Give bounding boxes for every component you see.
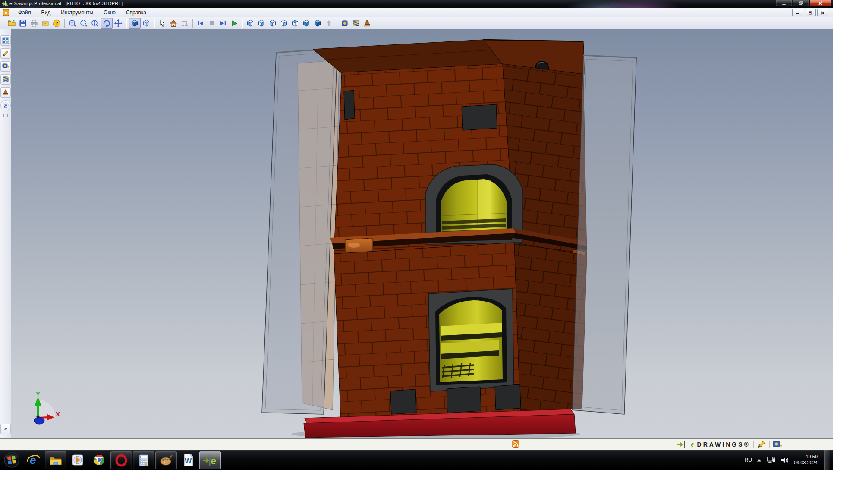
view-left-button[interactable] <box>267 18 278 28</box>
previous-icon <box>196 19 205 28</box>
menu-tools[interactable]: Инструменты <box>56 8 98 17</box>
print-button[interactable] <box>28 18 40 28</box>
taskbar-internet-explorer[interactable]: e <box>23 451 44 469</box>
menu-file[interactable]: Файл <box>13 8 36 17</box>
home-icon <box>169 19 178 28</box>
start-button[interactable] <box>3 452 20 468</box>
toolbar-separator <box>126 19 126 28</box>
upper-damper-door <box>462 104 497 130</box>
view-left-icon <box>268 19 277 28</box>
save-button[interactable] <box>17 18 28 28</box>
edrawings-branding: e DRAWINGS® <box>677 439 786 450</box>
edrawings-arrow-icon <box>677 441 688 448</box>
shaded-view-button[interactable] <box>129 18 141 29</box>
component-button[interactable] <box>339 18 350 28</box>
panel-grip[interactable] <box>3 114 8 117</box>
menu-view[interactable]: Вид <box>36 8 56 17</box>
svg-text:e: e <box>5 10 7 15</box>
wireframe-cube-icon <box>142 19 151 28</box>
view-back-button[interactable] <box>256 18 267 28</box>
taskbar-calculator[interactable] <box>133 451 154 469</box>
zoom-button[interactable] <box>89 18 101 28</box>
child-close-button[interactable] <box>817 9 828 16</box>
window-controls <box>775 0 831 7</box>
hidden-icons-arrow[interactable] <box>757 458 762 462</box>
status-bar: e DRAWINGS® <box>0 438 833 450</box>
upper-section <box>334 64 587 255</box>
send-email-button[interactable] <box>40 18 51 28</box>
section-panel-button[interactable] <box>0 74 11 85</box>
show-desktop-button[interactable] <box>824 450 830 470</box>
measure-button[interactable] <box>179 18 190 28</box>
section-button[interactable] <box>350 18 362 28</box>
taskbar-edrawings[interactable]: e <box>199 451 221 469</box>
stop-button[interactable] <box>206 18 217 28</box>
play-button[interactable] <box>229 18 240 28</box>
taskbar-media-player[interactable] <box>67 451 88 469</box>
next-view-button[interactable] <box>217 18 229 28</box>
zoom-area-button[interactable] <box>78 18 89 28</box>
measure-tape-icon[interactable] <box>773 441 783 448</box>
word-icon: W <box>182 453 194 467</box>
toolbar-grip[interactable] <box>3 19 4 28</box>
chevron-right-icon <box>3 102 9 108</box>
rotate-button[interactable] <box>101 18 113 29</box>
title-bar[interactable]: e eDrawings Professional - [КПТО с ХК 5x… <box>0 0 833 8</box>
child-restore-button[interactable] <box>805 9 816 16</box>
view-bottom-button[interactable] <box>301 18 312 28</box>
view-front-button[interactable] <box>245 18 256 28</box>
minimize-button[interactable] <box>776 0 792 7</box>
restore-button[interactable] <box>793 0 809 7</box>
default-view-button[interactable] <box>323 18 334 28</box>
taskbar-apps: e <box>23 451 221 469</box>
taskbar-opera[interactable] <box>110 451 132 469</box>
menu-window[interactable]: Окно <box>98 8 121 17</box>
open-button[interactable] <box>6 18 17 28</box>
close-button[interactable] <box>809 0 831 7</box>
help-button[interactable]: ? <box>51 18 62 28</box>
rss-feed-icon[interactable] <box>512 440 519 448</box>
view-top-button[interactable] <box>290 18 301 28</box>
network-icon[interactable] <box>766 456 776 464</box>
view-isometric-button[interactable] <box>312 18 323 28</box>
stop-icon <box>208 19 216 28</box>
svg-text:e: e <box>6 1 8 6</box>
child-minimize-button[interactable] <box>792 9 803 16</box>
volume-icon[interactable] <box>781 457 789 464</box>
stamp-panel-button[interactable] <box>0 87 11 98</box>
3d-viewport[interactable]: Y X <box>11 29 833 438</box>
measure-icon <box>180 19 189 28</box>
document-icon: e <box>3 9 9 16</box>
stamp-button[interactable] <box>362 18 373 28</box>
taskbar-windows-explorer[interactable] <box>45 451 66 469</box>
markup-panel-button[interactable] <box>0 48 11 59</box>
taskbar-chrome[interactable] <box>89 451 110 469</box>
pan-button[interactable] <box>113 18 124 28</box>
home-button[interactable] <box>168 18 179 28</box>
clock-date: 06.03.2024 <box>794 460 818 466</box>
cleanout-door-3 <box>495 384 521 410</box>
svg-text:?: ? <box>55 21 58 26</box>
toolbar-separator <box>64 19 65 28</box>
view-right-icon <box>280 19 288 28</box>
expand-bottom-panel-button[interactable] <box>0 424 11 434</box>
view-right-button[interactable] <box>278 18 290 28</box>
zoom-fit-button[interactable] <box>67 18 78 28</box>
rotate-icon <box>102 19 111 28</box>
stove-3d-model[interactable]: Y X <box>11 29 833 438</box>
measure-panel-button[interactable] <box>0 61 11 72</box>
previous-view-button[interactable] <box>195 18 206 28</box>
hidden-lines-button[interactable] <box>141 18 152 28</box>
expand-panel-button[interactable] <box>0 100 11 110</box>
language-indicator[interactable]: RU <box>745 457 752 463</box>
components-panel-button[interactable] <box>0 35 11 46</box>
taskbar: e <box>0 450 833 470</box>
tape-measure-icon <box>2 63 9 70</box>
taskbar-paint[interactable] <box>155 451 177 469</box>
taskbar-clock[interactable]: 19:59 06.03.2024 <box>794 454 818 466</box>
svg-text:W: W <box>185 457 192 465</box>
select-button[interactable] <box>157 18 168 28</box>
menu-help[interactable]: Справка <box>121 8 151 17</box>
taskbar-word[interactable]: W <box>178 451 198 469</box>
markup-pencil-icon[interactable] <box>757 440 766 449</box>
